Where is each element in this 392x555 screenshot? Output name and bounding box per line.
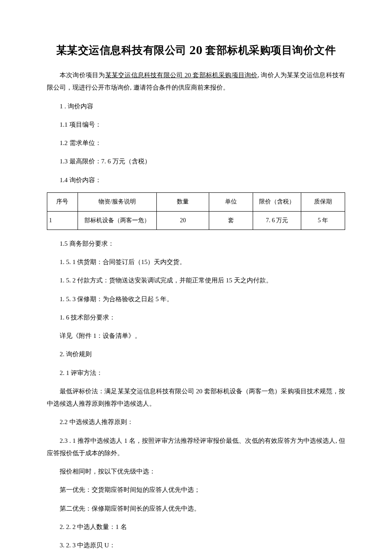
item-2-2: 2.2 中选候选人推荐原则：	[47, 416, 345, 428]
item-2-2-1b: 报价相同时，按以下优先级中选：	[47, 465, 345, 478]
item-1-1: 1.1 项目编号：	[47, 119, 345, 131]
quotation-table: 序号 物资/服务说明 数量 单位 限价（含税） 质保期 1 部标机设备（两客一危…	[47, 192, 345, 230]
col-seq-header: 序号	[47, 192, 78, 211]
col-warranty-header: 质保期	[301, 192, 345, 211]
item-1-3: 1.3 最高限价：7. 6 万元（含税）	[47, 155, 345, 168]
title-number: 20	[190, 43, 203, 57]
col-qty-header: 数量	[156, 192, 209, 211]
document-page: 某某交运信息科技有限公司 20 套部标机采购项目询价文件 本次询价项目为某某交运…	[0, 0, 392, 555]
intro-project-name: 某某交运信息科技有限公司 20 套部标机采购项目询价	[105, 72, 258, 78]
col-price-header: 限价（含税）	[253, 192, 301, 211]
item-2-2-1d: 第二优先：保修期应答时间长的应答人优先中选。	[47, 503, 345, 515]
cell-price: 7. 6 万元	[253, 211, 301, 230]
item-2-1: 2. 1 评审方法：	[47, 367, 345, 379]
intro-prefix: 本次询价项目为	[60, 72, 105, 78]
page-title: 某某交运信息科技有限公司 20 套部标机采购项目询价文件	[47, 43, 345, 57]
item-1-5: 1.5 商务部分要求：	[47, 238, 345, 250]
cell-desc: 部标机设备（两客一危）	[78, 211, 156, 230]
cell-qty: 20	[156, 211, 209, 230]
section-2-heading: 2. 询价规则	[47, 348, 345, 360]
item-1-5-1: 1. 5. 1 供货期：合同签订后（15）天内交货。	[47, 256, 345, 268]
cell-seq: 1	[47, 211, 78, 230]
col-desc-header: 物资/服务说明	[78, 192, 156, 211]
item-2-2-3: 3. 2. 3 中选原贝 U：	[47, 539, 345, 552]
item-1-5-2: 1. 5. 2 付款方式：货物送达安装调试完成，并能正常使用后 15 天之内付款…	[47, 274, 345, 287]
intro-paragraph: 本次询价项目为某某交运信息科技有限公司 20 套部标机采购项目询价, 询价人为某…	[47, 69, 345, 94]
item-2-1-detail: 最低评标价法：满足某某交运信息科技有限公司 20 套部标机设备（两客一危）采购项…	[47, 385, 345, 410]
table-header-row: 序号 物资/服务说明 数量 单位 限价（含税） 质保期	[47, 192, 345, 211]
item-1-6: 1. 6 技术部分要求：	[47, 311, 345, 324]
item-1-6-detail: 详见《附件 1：设备清单》。	[47, 330, 345, 342]
cell-unit: 套	[209, 211, 253, 230]
item-1-5-3: 1. 5. 3 保修期：为合格验收之日起 5 年。	[47, 293, 345, 305]
title-prefix: 某某交运信息科技有限公司	[56, 44, 187, 56]
item-2-2-1c: 第一优先：交货期应答时间短的应答人优先中选；	[47, 484, 345, 496]
item-1-4: 1.4 询价内容：	[47, 174, 345, 186]
item-1-2: 1.2 需求单位：	[47, 137, 345, 149]
table-row: 1 部标机设备（两客一危） 20 套 7. 6 万元 5 年	[47, 211, 345, 230]
item-2-2-1: 2.3 . 1 推荐中选候选人 1 名，按照评审方法推荐经评审报价最低、次低的有…	[47, 435, 345, 460]
item-2-2-2: 2. 2. 2 中选人数量：1 名	[47, 521, 345, 533]
section-1-heading: 1 . 询价内容	[47, 100, 345, 113]
title-suffix: 套部标机采购项目询价文件	[205, 44, 336, 56]
col-unit-header: 单位	[209, 192, 253, 211]
cell-warranty: 5 年	[301, 211, 345, 230]
